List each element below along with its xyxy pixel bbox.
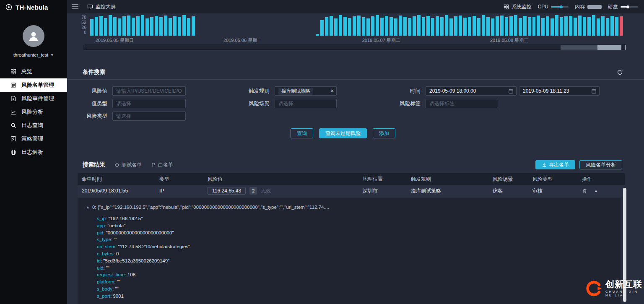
hamburger-icon[interactable]: [71, 4, 79, 10]
export-button[interactable]: 导出名单: [535, 160, 575, 169]
chart-bar: [587, 17, 591, 36]
hit-count-badge: 2: [249, 187, 257, 195]
chart-bar: [601, 16, 605, 36]
chart-bar: [408, 18, 411, 36]
chart-bar: [155, 16, 158, 36]
risk-value-chip[interactable]: 116.24.65.43: [208, 187, 246, 195]
watermark: 创新互联 CHUANG XIN HU LIAN: [586, 279, 644, 297]
chart-x-axis: 2019.05.05 星期日 2019.05.06 星期一 2019.05.07…: [90, 37, 623, 43]
username: threathunter_test: [13, 52, 48, 57]
monitor-screen-link[interactable]: 监控大屏: [87, 3, 116, 10]
sidebar-item-label: 总览: [21, 68, 32, 75]
search-panel-title: 条件搜索: [83, 68, 105, 76]
chart-bar: [145, 18, 149, 36]
add-button[interactable]: 添加: [373, 128, 395, 138]
query-button[interactable]: 查询: [291, 128, 313, 138]
risk-scene-select[interactable]: [275, 99, 337, 108]
monitor-icon: [87, 4, 93, 10]
detail-field: app: "nebula": [97, 222, 621, 229]
chart-bar: [339, 15, 342, 36]
log-parse-icon: [10, 149, 16, 155]
sidebar-item-strategy[interactable]: 策略管理: [0, 132, 67, 146]
chart-bar: [376, 15, 379, 36]
detail-field: s_body: "": [97, 286, 621, 293]
risk-type-select[interactable]: [112, 112, 186, 121]
value-type-select[interactable]: [112, 99, 186, 108]
table-row[interactable]: 2019/05/09 18:01:55 IP 116.24.65.43 2 无效…: [78, 185, 625, 197]
risk-list-icon: [10, 82, 16, 88]
header-operation: 操作: [578, 176, 625, 183]
detail-summary[interactable]: ▲ 0: {"s_ip":"192.168.192.5","app":"nebu…: [78, 198, 621, 210]
cpu-label: CPU: [538, 4, 548, 10]
trigger-rule-select[interactable]: 撞库测试策略 ×: [275, 86, 337, 96]
monitor-label: 监控大屏: [96, 3, 116, 10]
chart-bar: [592, 15, 595, 36]
delete-button[interactable]: [582, 188, 587, 194]
sidebar-item-label: 风险分析: [21, 108, 43, 116]
sidebar-item-risk-analysis[interactable]: 风险分析: [0, 105, 67, 119]
chart-bar: [528, 17, 531, 36]
time-end-input[interactable]: 2019-05-09 18:11:23: [519, 86, 600, 96]
header-hit-time: 命中时间: [78, 176, 155, 183]
datazoom-window[interactable]: [561, 45, 597, 50]
avatar[interactable]: [23, 25, 44, 47]
chart-bar: [366, 18, 370, 36]
chart-bar: [334, 18, 338, 36]
sidebar-item-log-parse[interactable]: 日志解析: [0, 146, 67, 159]
refresh-button[interactable]: [617, 69, 623, 75]
chart-bar: [343, 17, 347, 36]
detail-field: pid: "000000000000000000000000": [97, 229, 621, 236]
risk-value-input[interactable]: [112, 86, 186, 96]
tag-close-icon[interactable]: ×: [331, 88, 334, 94]
chart-bar: [477, 18, 480, 36]
detail-field: s_port: 9001: [97, 293, 621, 300]
cpu-gauge: [551, 6, 569, 8]
chart-bar: [159, 17, 163, 36]
sidebar-item-risk-list[interactable]: 风险名单管理: [0, 78, 67, 92]
chart-bar: [436, 16, 439, 36]
chart-bar: [606, 18, 609, 36]
chart-bar: [104, 18, 107, 36]
disk-label: 硬盘: [608, 3, 618, 10]
time-label: 时间: [380, 88, 421, 95]
system-monitor-link[interactable]: 系统监控: [504, 3, 532, 10]
header-scene: 风险场景: [488, 176, 528, 183]
chart-bar: [486, 17, 490, 36]
chart-bar: [118, 18, 121, 36]
chart-bar: [445, 15, 448, 36]
chart-datazoom[interactable]: [84, 45, 626, 50]
chart-bar: [555, 15, 558, 36]
chart-bar: [141, 15, 144, 36]
header-rule: 触发规则: [407, 176, 488, 183]
risk-scene-label: 风险场景: [229, 100, 270, 107]
chart-bar: [95, 17, 98, 36]
chart-bar: [500, 16, 504, 36]
query-unexpired-button[interactable]: 查询未过期风险: [319, 128, 367, 138]
chart-bar: [316, 34, 319, 36]
topbar: 监控大屏 系统监控 CPU 内存 硬盘: [67, 0, 644, 13]
chart-bar: [178, 17, 181, 36]
header-risk-value: 风险值: [203, 176, 358, 183]
collapse-row-button[interactable]: ▲: [594, 189, 598, 193]
user-menu[interactable]: threathunter_test ▼: [0, 52, 67, 57]
detail-field: s_ip: "192.168.192.5": [97, 215, 621, 222]
chart-bar: [362, 17, 365, 36]
test-list-link[interactable]: 测试名单: [114, 161, 142, 169]
memory-gauge: [587, 5, 602, 9]
chart-bar: [380, 18, 384, 36]
watermark-logo-icon: [586, 281, 602, 296]
datazoom-thumb[interactable]: [597, 45, 621, 50]
chart-bar: [551, 18, 554, 36]
sidebar-item-risk-event[interactable]: 风险事件管理: [0, 92, 67, 105]
risk-tag-input[interactable]: [426, 99, 498, 108]
time-start-input[interactable]: 2019-05-09 18:00:00: [426, 86, 517, 96]
chart-bar: [564, 16, 568, 36]
sidebar-item-overview[interactable]: 总览: [0, 65, 67, 78]
header-risk-type: 风险类型: [528, 176, 578, 183]
download-icon: [542, 162, 547, 167]
trigger-rule-label: 触发规则: [229, 88, 270, 95]
analysis-button[interactable]: 风险名单分析: [579, 160, 622, 169]
chart-bar: [132, 18, 135, 36]
whitelist-link[interactable]: 白名单: [151, 161, 173, 169]
sidebar-item-log-query[interactable]: 日志查询: [0, 119, 67, 132]
